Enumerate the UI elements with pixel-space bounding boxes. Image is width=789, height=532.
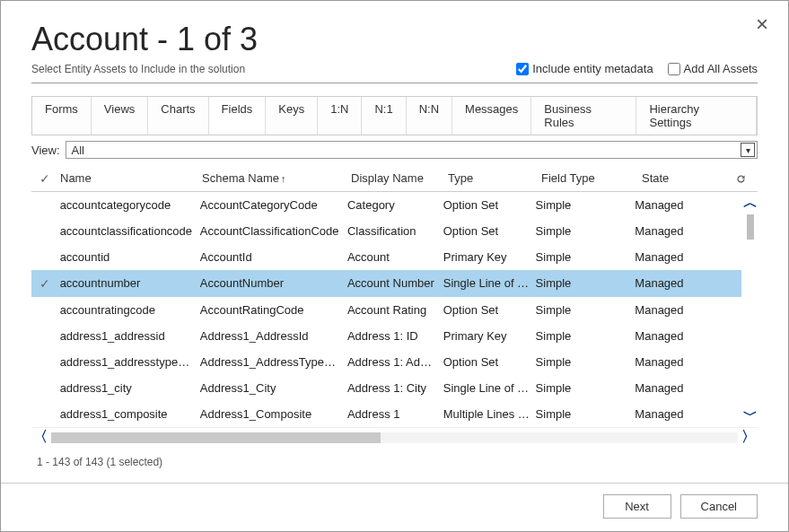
close-icon[interactable]: × bbox=[756, 13, 768, 35]
cell-state: Managed bbox=[635, 224, 723, 238]
row-check[interactable] bbox=[31, 303, 58, 317]
page-subtitle: Select Entity Assets to Include in the s… bbox=[31, 63, 245, 75]
cell-name: accountcategorycode bbox=[58, 198, 200, 212]
table-row[interactable]: address1_addresstypecodeAddress1_Address… bbox=[31, 349, 741, 375]
tab-fields[interactable]: Fields bbox=[209, 97, 267, 135]
tab-business-rules[interactable]: Business Rules bbox=[531, 97, 636, 135]
tab-forms[interactable]: Forms bbox=[32, 97, 92, 135]
table-row[interactable]: address1_cityAddress1_CityAddress 1: Cit… bbox=[31, 375, 741, 401]
cell-schema: AccountId bbox=[200, 250, 347, 264]
vertical-scrollbar[interactable]: ︿ ﹀ bbox=[743, 192, 758, 427]
header-name[interactable]: Name bbox=[58, 171, 202, 186]
cell-name: address1_city bbox=[58, 381, 200, 395]
table-row[interactable]: address1_addressidAddress1_AddressIdAddr… bbox=[31, 323, 741, 349]
cell-display: Account Number bbox=[347, 276, 443, 291]
tab-n-1[interactable]: N:1 bbox=[362, 97, 406, 135]
header-type[interactable]: Type bbox=[448, 171, 541, 186]
cell-type: Multiple Lines of… bbox=[443, 407, 536, 421]
add-all-assets-checkbox[interactable]: Add All Assets bbox=[668, 62, 758, 75]
scroll-left-icon[interactable]: 〈 bbox=[31, 428, 49, 447]
row-check[interactable] bbox=[31, 329, 58, 343]
cell-field-type: Simple bbox=[536, 224, 636, 238]
row-check[interactable] bbox=[31, 407, 58, 421]
cell-field-type: Simple bbox=[536, 303, 636, 317]
cell-field-type: Simple bbox=[536, 381, 636, 395]
header-schema[interactable]: Schema Name↑ bbox=[202, 171, 351, 186]
tab-views[interactable]: Views bbox=[92, 97, 148, 135]
tabs-bar: FormsViewsChartsFieldsKeys1:NN:1N:NMessa… bbox=[31, 96, 758, 135]
tab-n-n[interactable]: N:N bbox=[407, 97, 452, 135]
cell-type: Option Set bbox=[443, 198, 536, 212]
include-metadata-checkbox[interactable]: Include entity metadata bbox=[516, 62, 653, 75]
cell-state: Managed bbox=[635, 303, 723, 317]
chevron-down-icon[interactable]: ▾ bbox=[741, 143, 755, 157]
cell-field-type: Simple bbox=[536, 198, 636, 212]
status-bar: 1 - 143 of 143 (1 selected) bbox=[31, 450, 758, 483]
row-check[interactable] bbox=[31, 224, 58, 238]
header-schema-label: Schema Name bbox=[202, 171, 279, 185]
cell-schema: Address1_Composite bbox=[200, 407, 347, 421]
add-all-assets-input[interactable] bbox=[668, 63, 680, 75]
cell-state: Managed bbox=[635, 381, 723, 395]
cell-display: Account bbox=[347, 250, 443, 264]
scroll-down-icon[interactable]: ﹀ bbox=[743, 406, 758, 425]
table-row[interactable]: accountidAccountIdAccountPrimary KeySimp… bbox=[31, 244, 741, 270]
refresh-icon[interactable] bbox=[732, 171, 750, 186]
sort-ascending-icon: ↑ bbox=[281, 173, 286, 184]
table-row[interactable]: accountratingcodeAccountRatingCodeAccoun… bbox=[31, 297, 741, 323]
scroll-right-icon[interactable]: 〉 bbox=[740, 428, 758, 447]
cell-name: accountnumber bbox=[58, 276, 200, 291]
cancel-button[interactable]: Cancel bbox=[680, 494, 758, 519]
next-button[interactable]: Next bbox=[603, 494, 671, 519]
tab-charts[interactable]: Charts bbox=[148, 97, 208, 135]
cell-display: Account Rating bbox=[347, 303, 443, 317]
cell-field-type: Simple bbox=[536, 250, 636, 264]
cell-schema: AccountRatingCode bbox=[200, 303, 347, 317]
cell-type: Primary Key bbox=[443, 250, 536, 264]
grid-body: accountcategorycodeAccountCategoryCodeCa… bbox=[31, 192, 758, 427]
cell-display: Classification bbox=[347, 224, 443, 238]
cell-type: Single Line of Text bbox=[443, 381, 536, 395]
row-check[interactable] bbox=[31, 381, 58, 395]
cell-type: Single Line of Text bbox=[443, 276, 536, 291]
cell-schema: Address1_AddressId bbox=[200, 329, 347, 343]
cell-schema: Address1_AddressTypeCode bbox=[200, 355, 347, 369]
grid-header: ✓ Name Schema Name↑ Display Name Type Fi… bbox=[31, 166, 758, 192]
header-check-column[interactable]: ✓ bbox=[31, 171, 58, 186]
cell-display: Address 1: Addr… bbox=[347, 355, 443, 369]
row-check[interactable] bbox=[31, 198, 58, 212]
cell-display: Address 1: City bbox=[347, 381, 443, 395]
scroll-up-icon[interactable]: ︿ bbox=[743, 194, 758, 213]
tab-messages[interactable]: Messages bbox=[452, 97, 531, 135]
add-all-assets-label: Add All Assets bbox=[684, 62, 758, 75]
table-row[interactable]: ✓accountnumberAccountNumberAccount Numbe… bbox=[31, 270, 741, 297]
cell-name: address1_addressid bbox=[58, 329, 200, 343]
table-row[interactable]: accountcategorycodeAccountCategoryCodeCa… bbox=[31, 192, 741, 218]
header-field-type[interactable]: Field Type bbox=[541, 171, 642, 186]
hscroll-thumb[interactable] bbox=[51, 432, 381, 443]
include-metadata-input[interactable] bbox=[516, 63, 529, 75]
cell-type: Option Set bbox=[443, 355, 536, 369]
view-dropdown[interactable]: All ▾ bbox=[66, 141, 758, 159]
header-display[interactable]: Display Name bbox=[351, 171, 448, 186]
horizontal-scrollbar[interactable]: 〈 〉 bbox=[31, 427, 758, 447]
view-label: View: bbox=[31, 144, 60, 157]
cell-schema: AccountClassificationCode bbox=[200, 224, 347, 238]
hscroll-track[interactable] bbox=[51, 432, 738, 443]
cell-name: accountid bbox=[58, 250, 200, 264]
header-state[interactable]: State bbox=[642, 171, 732, 186]
cell-display: Address 1 bbox=[347, 407, 443, 421]
cell-name: address1_composite bbox=[58, 407, 200, 421]
cell-state: Managed bbox=[635, 329, 723, 343]
cell-schema: AccountNumber bbox=[200, 276, 347, 291]
scroll-thumb[interactable] bbox=[747, 214, 754, 240]
row-check[interactable] bbox=[31, 250, 58, 264]
row-check[interactable] bbox=[31, 355, 58, 369]
cell-name: address1_addresstypecode bbox=[58, 355, 200, 369]
table-row[interactable]: accountclassificationcodeAccountClassifi… bbox=[31, 218, 741, 244]
tab-keys[interactable]: Keys bbox=[266, 97, 318, 135]
tab-1-n[interactable]: 1:N bbox=[318, 97, 362, 135]
table-row[interactable]: address1_compositeAddress1_CompositeAddr… bbox=[31, 401, 741, 427]
row-check[interactable]: ✓ bbox=[31, 276, 58, 291]
tab-hierarchy-settings[interactable]: Hierarchy Settings bbox=[636, 97, 757, 135]
